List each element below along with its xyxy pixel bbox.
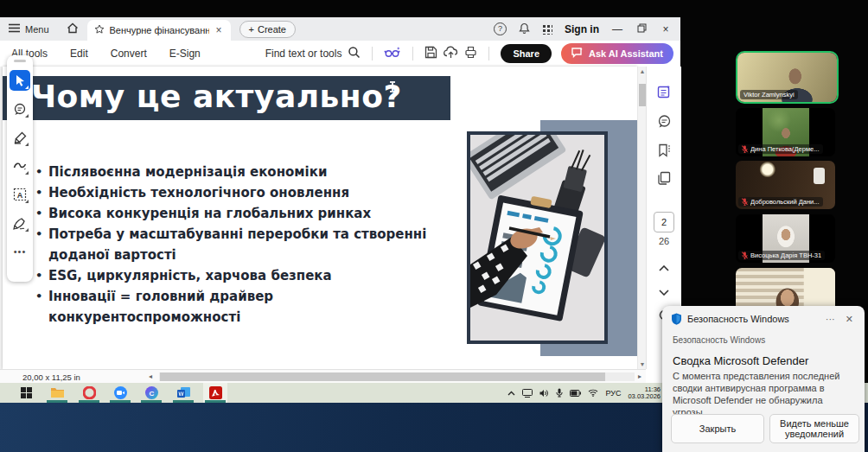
print-icon[interactable] (464, 46, 477, 61)
acrobat-icon[interactable] (208, 385, 223, 400)
tab-edit[interactable]: Edit (59, 48, 99, 60)
tab-close-icon[interactable]: × (214, 24, 224, 36)
draw-tool-button[interactable] (10, 156, 30, 176)
opera-icon[interactable] (82, 385, 97, 400)
muted-mic-icon (742, 198, 748, 206)
share-button[interactable]: Share (501, 44, 552, 63)
notification-close-icon[interactable]: ✕ (843, 314, 856, 325)
page-thumbnails-icon[interactable] (654, 169, 673, 188)
running-indicator (79, 400, 99, 403)
running-indicator (173, 400, 194, 403)
canva-icon[interactable]: C (144, 385, 159, 400)
previous-page-icon[interactable] (654, 258, 673, 277)
participant-name-badge: Добровольский Дани... (738, 197, 823, 207)
more-tools-button[interactable]: ••• (10, 241, 30, 262)
acrobat-window: Menu Венчурне фінансуванн... × + Create … (0, 17, 680, 383)
tab-convert[interactable]: Convert (99, 48, 158, 60)
running-indicator (47, 400, 67, 403)
menu-button[interactable]: Menu (0, 17, 58, 41)
background-object (814, 168, 825, 184)
cast-icon[interactable] (522, 389, 533, 398)
scroll-left-icon[interactable]: ◂ (149, 372, 152, 380)
notifications-bell-icon[interactable] (519, 22, 530, 36)
wifi-icon[interactable] (588, 389, 598, 397)
notification-dismiss-button[interactable]: Закрыть (671, 414, 764, 443)
fill-sign-tool-button[interactable] (10, 213, 30, 233)
bullet-item: Висока конкуренція на глобальних ринках (34, 203, 444, 224)
svg-text:A: A (17, 191, 23, 200)
slide-title: Чому це актуально? (31, 79, 463, 114)
horizontal-scrollbar[interactable] (159, 372, 635, 381)
home-icon (67, 22, 79, 35)
running-indicator (110, 400, 131, 403)
slide-photo (467, 131, 608, 344)
bullet-item: Інновації = головний драйвер конкурентос… (34, 286, 444, 328)
ai-chat-icon (571, 48, 584, 60)
star-icon[interactable] (94, 24, 105, 36)
mic-icon[interactable] (556, 388, 563, 398)
bookmarks-icon[interactable] (654, 141, 673, 160)
word-icon[interactable] (176, 385, 191, 400)
battery-icon[interactable] (570, 390, 581, 397)
horizontal-scroll-thumb[interactable] (160, 372, 605, 381)
screen: Menu Венчурне фінансуванн... × + Create … (0, 0, 868, 452)
drag-handle[interactable] (14, 60, 26, 62)
tray-expand-icon[interactable] (507, 391, 515, 396)
participant-tile[interactable]: Добровольский Дани... (736, 161, 835, 209)
participant-name-badge: Висоцька Дарія ТВН-31 (738, 251, 825, 260)
search-icon[interactable] (348, 46, 361, 61)
running-indicator (141, 400, 162, 403)
tab-title: Венчурне фінансуванн... (110, 25, 209, 35)
home-button[interactable] (58, 17, 87, 41)
find-text-label[interactable]: Find text or tools (265, 48, 342, 60)
speaker-icon[interactable] (539, 389, 549, 398)
participant-name-badge: Дина Петкова(Дерме... (738, 144, 823, 154)
highlight-tool-button[interactable] (10, 127, 30, 148)
save-icon[interactable] (424, 46, 437, 61)
page-size-label: 20,00 x 11,25 in (22, 372, 80, 382)
ask-ai-assistant-button[interactable]: Ask AI Assistant (561, 43, 673, 64)
document-tab[interactable]: Венчурне фінансуванн... × (87, 20, 231, 41)
slide-bullet-list: Післявоєнна модернізація економіки Необх… (34, 162, 444, 328)
next-page-icon[interactable] (654, 283, 673, 302)
vertical-scroll-thumb[interactable] (639, 84, 646, 106)
file-explorer-icon[interactable] (50, 385, 65, 400)
comments-icon[interactable] (654, 111, 673, 131)
restore-button[interactable] (635, 23, 648, 35)
participant-tile[interactable]: Висоцька Дарія ТВН-31 (736, 214, 835, 263)
notification-title: Сводка Microsoft Defender (673, 354, 808, 367)
language-indicator[interactable]: РУС (605, 389, 621, 398)
upload-cloud-icon[interactable] (444, 46, 458, 61)
scroll-right-icon[interactable]: ▸ (638, 372, 641, 380)
ai-glasses-icon[interactable] (384, 46, 401, 61)
bullet-item: ESG, циркулярність, харчова безпека (34, 265, 444, 286)
create-tab-button[interactable]: + Create (239, 21, 296, 38)
apps-grid-icon[interactable] (542, 24, 552, 35)
participant-name-badge: Viktor Zamlynskyi (740, 90, 798, 99)
ai-summary-icon[interactable] (654, 82, 673, 101)
close-window-button[interactable]: × (660, 23, 672, 35)
sign-in-button[interactable]: Sign in (565, 23, 599, 35)
help-icon[interactable]: ? (494, 22, 507, 35)
notification-app-name: Безопасность Windows (687, 314, 818, 324)
participant-tile[interactable]: Viktor Zamlynskyi (736, 51, 839, 104)
current-page-input[interactable]: 2 (654, 212, 674, 232)
windows-start-button[interactable] (19, 385, 34, 400)
notification-more-icon[interactable]: ··· (823, 314, 838, 324)
zoom-app-icon[interactable] (113, 385, 128, 400)
bullet-item: Необхідність технологічного оновлення (34, 182, 444, 203)
participant-tile[interactable]: Дина Петкова(Дерме... (736, 108, 835, 156)
status-bar: 20,00 x 11,25 in ◂ ▸ (0, 369, 646, 384)
windows-notification: Безопасность Windows ··· ✕ Безопасность … (662, 306, 865, 452)
tab-esign[interactable]: E-Sign (158, 48, 212, 60)
add-text-tool-button[interactable]: A (10, 184, 30, 205)
quick-tools-panel: A ••• (7, 55, 33, 282)
system-tray: РУС 11:36 03.03.2026 (507, 383, 661, 403)
clock[interactable]: 11:36 03.03.2026 (628, 386, 661, 400)
notification-fewer-button[interactable]: Видеть меньше уведомлений (769, 414, 859, 443)
bullet-item: Потреба у масштабуванні переробки та ств… (34, 224, 444, 265)
select-tool-button[interactable] (10, 70, 30, 91)
minimize-button[interactable]: — (611, 23, 623, 35)
comment-tool-button[interactable] (10, 99, 30, 119)
notification-body: С момента представления последней сводки… (673, 370, 856, 418)
